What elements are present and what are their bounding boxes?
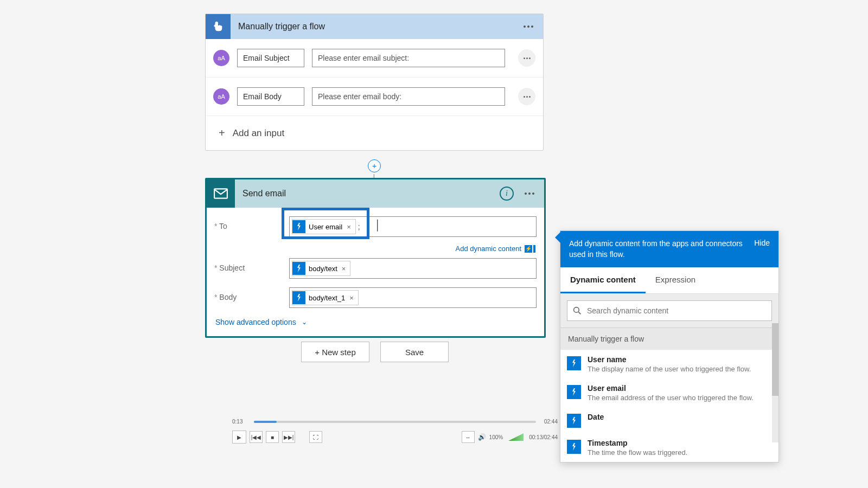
dynamic-tabs: Dynamic content Expression [560, 267, 778, 294]
input-row-menu[interactable] [518, 49, 535, 67]
flow-icon [567, 440, 581, 454]
field-row-to: To User email × ; │ [207, 208, 544, 241]
flow-icon [292, 262, 305, 275]
dynamic-panel-header: Add dynamic content from the apps and co… [560, 231, 778, 267]
add-input-button[interactable]: + Add an input [206, 116, 543, 150]
flow-icon [567, 385, 581, 399]
subject-input[interactable]: body/text × [289, 258, 537, 279]
advanced-label: Show advanced options [215, 318, 296, 326]
mute-icon[interactable]: 🔊 [478, 433, 486, 441]
dynamic-search-wrap [560, 294, 778, 328]
dynamic-item[interactable]: Date [560, 407, 778, 433]
plus-icon: + [219, 127, 225, 139]
remove-token-icon[interactable]: × [341, 265, 347, 273]
body-input[interactable]: body/text_1 × [289, 287, 537, 308]
trigger-header[interactable]: Manually trigger a flow [206, 14, 543, 39]
show-advanced-link[interactable]: Show advanced options ⌄ [207, 312, 544, 336]
dynamic-item-list: User name The display name of the user w… [560, 350, 778, 462]
flow-icon [567, 414, 581, 428]
dynamic-item-desc: The display name of the user who trigger… [588, 365, 772, 373]
tab-expression[interactable]: Expression [646, 267, 705, 293]
dynamic-panel-heading: Add dynamic content from the apps and co… [569, 239, 754, 260]
chevron-down-icon: ⌄ [302, 318, 307, 326]
elapsed-time: 0:13 [232, 419, 242, 425]
video-player: 0:13 02:44 ▶ |◀◀ ■ ▶▶| ⛶ ↔ 🔊 100% 00:13/… [232, 421, 558, 444]
trigger-input-row: aA Email Subject Please enter email subj… [206, 39, 543, 78]
remove-token-icon[interactable]: × [348, 294, 355, 302]
dynamic-item[interactable]: User name The display name of the user w… [560, 350, 778, 378]
add-dynamic-content-link[interactable]: Add dynamic content ⚡ [207, 241, 544, 254]
dynamic-search[interactable] [567, 300, 772, 321]
trigger-card: Manually trigger a flow aA Email Subject… [205, 14, 544, 151]
time-combined: 00:13/02:44 [529, 434, 558, 440]
dynamic-token[interactable]: body/text × [292, 261, 350, 276]
dynamic-item[interactable]: User email The email address of the user… [560, 378, 778, 407]
next-button[interactable]: ▶▶| [282, 431, 295, 443]
flow-connector: + ↓ [371, 154, 378, 179]
action-menu-button[interactable] [521, 185, 538, 202]
input-name-field[interactable]: Email Subject [237, 49, 304, 67]
flow-icon [567, 356, 581, 370]
dynamic-item-title: User name [588, 355, 772, 364]
total-time: 02:44 [544, 419, 558, 425]
player-controls: ▶ |◀◀ ■ ▶▶| ⛶ ↔ 🔊 100% 00:13/02:44 [232, 431, 558, 444]
action-title: Send email [235, 189, 500, 198]
seek-track[interactable] [254, 421, 536, 423]
zoom-level: 100% [489, 434, 503, 440]
field-row-body: Body body/text_1 × [207, 283, 544, 312]
dynamic-item-desc: The email address of the user who trigge… [588, 394, 772, 402]
trigger-menu-button[interactable] [520, 18, 537, 35]
trigger-input-row: aA Email Body Please enter email body: [206, 78, 543, 116]
action-header[interactable]: Send email i [207, 179, 544, 208]
dynamic-content-icon: ⚡ [525, 245, 535, 253]
input-name-field[interactable]: Email Body [237, 87, 304, 106]
token-label: User email [309, 223, 342, 231]
svg-line-2 [578, 312, 580, 314]
dynamic-content-panel: Add dynamic content from the apps and co… [560, 230, 779, 463]
dynamic-search-input[interactable] [587, 306, 766, 315]
hide-panel-button[interactable]: Hide [754, 239, 770, 247]
add-dynamic-label: Add dynamic content [456, 245, 521, 253]
input-prompt-field[interactable]: Please enter email body: [312, 87, 505, 106]
input-prompt-field[interactable]: Please enter email subject: [312, 49, 505, 67]
dynamic-token[interactable]: User email × [292, 219, 356, 234]
svg-point-1 [574, 307, 579, 313]
body-label: Body [214, 287, 289, 301]
token-label: body/text_1 [309, 294, 345, 302]
dynamic-item-title: Date [588, 413, 772, 421]
action-card: Send email i To User email × ; │ Ad [205, 178, 546, 338]
to-input[interactable]: User email × ; [289, 216, 537, 237]
loop-button[interactable]: ↔ [462, 431, 475, 443]
token-label: body/text [309, 265, 337, 273]
prev-button[interactable]: |◀◀ [250, 431, 263, 443]
dynamic-item-title: User email [588, 384, 772, 393]
text-type-badge: aA [213, 88, 229, 105]
dynamic-item[interactable]: Timestamp The time the flow was triggere… [560, 433, 778, 462]
dynamic-group-header: Manually trigger a flow [560, 328, 778, 350]
touch-icon [206, 14, 231, 39]
mail-icon [207, 179, 235, 208]
seek-progress [254, 421, 277, 423]
tab-dynamic-content[interactable]: Dynamic content [560, 267, 646, 293]
fullscreen-button[interactable]: ⛶ [309, 431, 322, 443]
scrollbar-thumb[interactable] [772, 323, 778, 396]
new-step-button[interactable]: + New step [301, 342, 369, 362]
search-icon [573, 306, 582, 315]
dynamic-token[interactable]: body/text_1 × [292, 290, 359, 305]
dynamic-scrollbar[interactable] [772, 323, 778, 442]
info-icon[interactable]: i [500, 187, 514, 201]
save-button[interactable]: Save [380, 342, 449, 362]
play-button[interactable]: ▶ [232, 431, 246, 444]
stop-button[interactable]: ■ [266, 431, 279, 443]
trigger-title: Manually trigger a flow [231, 22, 520, 31]
subject-label: Subject [214, 258, 289, 272]
remove-token-icon[interactable]: × [346, 223, 352, 231]
to-label: To [214, 216, 289, 230]
bottom-button-row: + New step Save [301, 342, 449, 362]
volume-slider[interactable] [508, 433, 524, 441]
input-row-menu[interactable] [518, 88, 535, 105]
insert-step-button[interactable]: + [368, 159, 381, 172]
dynamic-item-desc: The time the flow was triggered. [588, 448, 772, 457]
text-type-badge: aA [213, 50, 229, 66]
flow-icon [292, 291, 305, 304]
